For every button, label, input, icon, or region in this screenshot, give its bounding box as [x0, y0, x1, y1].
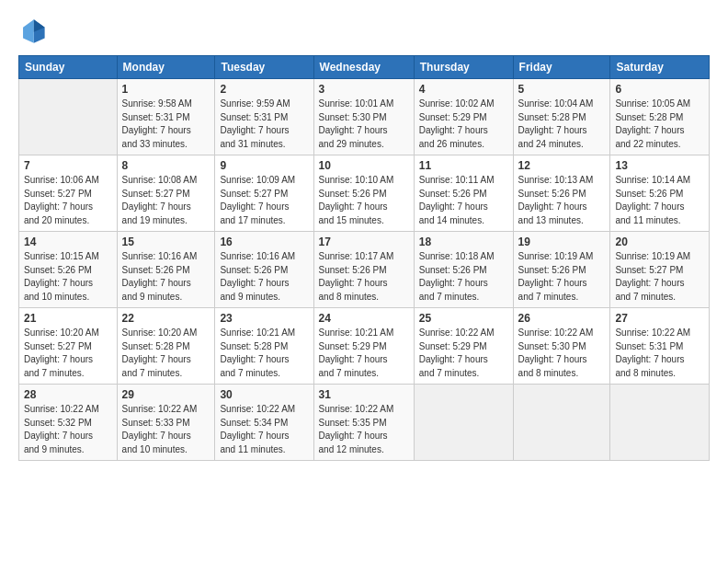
day-number: 28	[24, 388, 112, 401]
day-number: 25	[419, 312, 508, 325]
day-number: 29	[122, 388, 210, 401]
calendar-cell	[19, 79, 118, 155]
day-info: Sunrise: 10:19 AMSunset: 5:27 PMDaylight…	[615, 250, 704, 304]
calendar-cell: 24Sunrise: 10:21 AMSunset: 5:29 PMDaylig…	[313, 308, 414, 385]
day-number: 21	[24, 312, 112, 325]
calendar-cell: 8Sunrise: 10:08 AMSunset: 5:27 PMDayligh…	[117, 155, 215, 232]
calendar-table: SundayMondayTuesdayWednesdayThursdayFrid…	[18, 55, 710, 461]
calendar-cell: 20Sunrise: 10:19 AMSunset: 5:27 PMDaylig…	[610, 232, 710, 308]
calendar-week-row: 28Sunrise: 10:22 AMSunset: 5:32 PMDaylig…	[19, 385, 710, 461]
header-monday: Monday	[117, 56, 215, 79]
calendar-cell	[610, 385, 710, 461]
day-number: 2	[220, 83, 308, 96]
day-info: Sunrise: 10:08 AMSunset: 5:27 PMDaylight…	[122, 174, 210, 227]
calendar-cell: 2Sunrise: 9:59 AMSunset: 5:31 PMDaylight…	[215, 79, 313, 155]
calendar-cell	[513, 385, 610, 461]
calendar-cell	[414, 385, 513, 461]
calendar-week-row: 14Sunrise: 10:15 AMSunset: 5:26 PMDaylig…	[19, 232, 710, 308]
day-number: 16	[220, 236, 308, 248]
calendar-cell: 26Sunrise: 10:22 AMSunset: 5:30 PMDaylig…	[513, 308, 610, 385]
day-number: 24	[319, 312, 409, 325]
day-info: Sunrise: 10:22 AMSunset: 5:34 PMDaylight…	[220, 403, 308, 456]
page: SundayMondayTuesdayWednesdayThursdayFrid…	[0, 0, 728, 563]
calendar-cell: 23Sunrise: 10:21 AMSunset: 5:28 PMDaylig…	[215, 308, 313, 385]
day-info: Sunrise: 10:22 AMSunset: 5:33 PMDaylight…	[122, 403, 210, 456]
day-number: 7	[24, 159, 112, 172]
calendar-header-row: SundayMondayTuesdayWednesdayThursdayFrid…	[19, 56, 710, 79]
day-number: 4	[419, 83, 508, 96]
calendar-cell: 17Sunrise: 10:17 AMSunset: 5:26 PMDaylig…	[313, 232, 414, 308]
calendar-week-row: 7Sunrise: 10:06 AMSunset: 5:27 PMDayligh…	[19, 155, 710, 232]
day-number: 6	[615, 83, 704, 96]
day-info: Sunrise: 10:14 AMSunset: 5:26 PMDaylight…	[615, 174, 704, 227]
calendar-cell: 15Sunrise: 10:16 AMSunset: 5:26 PMDaylig…	[117, 232, 215, 308]
calendar-cell: 3Sunrise: 10:01 AMSunset: 5:30 PMDayligh…	[313, 79, 414, 155]
day-info: Sunrise: 10:04 AMSunset: 5:28 PMDaylight…	[518, 98, 606, 151]
day-number: 18	[419, 236, 508, 248]
day-info: Sunrise: 9:59 AMSunset: 5:31 PMDaylight:…	[220, 98, 308, 151]
day-info: Sunrise: 10:21 AMSunset: 5:29 PMDaylight…	[319, 327, 409, 380]
header-thursday: Thursday	[414, 56, 513, 79]
day-info: Sunrise: 10:10 AMSunset: 5:26 PMDaylight…	[319, 174, 409, 227]
day-number: 31	[319, 388, 409, 401]
day-number: 9	[220, 159, 308, 172]
day-info: Sunrise: 10:02 AMSunset: 5:29 PMDaylight…	[419, 98, 508, 151]
day-info: Sunrise: 10:11 AMSunset: 5:26 PMDaylight…	[419, 174, 508, 227]
calendar-cell: 19Sunrise: 10:19 AMSunset: 5:26 PMDaylig…	[513, 232, 610, 308]
calendar-cell: 21Sunrise: 10:20 AMSunset: 5:27 PMDaylig…	[19, 308, 118, 385]
day-info: Sunrise: 10:01 AMSunset: 5:30 PMDaylight…	[319, 98, 409, 151]
day-info: Sunrise: 10:13 AMSunset: 5:26 PMDaylight…	[518, 174, 606, 227]
calendar-week-row: 21Sunrise: 10:20 AMSunset: 5:27 PMDaylig…	[19, 308, 710, 385]
day-number: 8	[122, 159, 210, 172]
day-number: 27	[615, 312, 704, 325]
calendar-cell: 22Sunrise: 10:20 AMSunset: 5:28 PMDaylig…	[117, 308, 215, 385]
calendar-cell: 7Sunrise: 10:06 AMSunset: 5:27 PMDayligh…	[19, 155, 118, 232]
day-info: Sunrise: 10:22 AMSunset: 5:35 PMDaylight…	[319, 403, 409, 456]
header-sunday: Sunday	[19, 56, 118, 79]
day-number: 30	[220, 388, 308, 401]
calendar-cell: 29Sunrise: 10:22 AMSunset: 5:33 PMDaylig…	[117, 385, 215, 461]
header-friday: Friday	[513, 56, 610, 79]
day-number: 12	[518, 159, 606, 172]
calendar-cell: 18Sunrise: 10:18 AMSunset: 5:26 PMDaylig…	[414, 232, 513, 308]
day-info: Sunrise: 10:19 AMSunset: 5:26 PMDaylight…	[518, 250, 606, 304]
day-number: 14	[24, 236, 112, 248]
day-info: Sunrise: 10:22 AMSunset: 5:32 PMDaylight…	[24, 403, 112, 456]
day-number: 26	[518, 312, 606, 325]
calendar-cell: 9Sunrise: 10:09 AMSunset: 5:27 PMDayligh…	[215, 155, 313, 232]
calendar-cell: 13Sunrise: 10:14 AMSunset: 5:26 PMDaylig…	[610, 155, 710, 232]
day-info: Sunrise: 10:06 AMSunset: 5:27 PMDaylight…	[24, 174, 112, 227]
logo-icon	[18, 17, 48, 46]
day-info: Sunrise: 10:22 AMSunset: 5:29 PMDaylight…	[419, 327, 508, 380]
day-number: 22	[122, 312, 210, 325]
calendar-cell: 31Sunrise: 10:22 AMSunset: 5:35 PMDaylig…	[313, 385, 414, 461]
day-info: Sunrise: 10:05 AMSunset: 5:28 PMDaylight…	[615, 98, 704, 151]
day-info: Sunrise: 10:22 AMSunset: 5:30 PMDaylight…	[518, 327, 606, 380]
calendar-cell: 30Sunrise: 10:22 AMSunset: 5:34 PMDaylig…	[215, 385, 313, 461]
day-number: 10	[319, 159, 409, 172]
header-wednesday: Wednesday	[313, 56, 414, 79]
calendar-cell: 11Sunrise: 10:11 AMSunset: 5:26 PMDaylig…	[414, 155, 513, 232]
svg-marker-1	[23, 19, 34, 42]
day-info: Sunrise: 10:15 AMSunset: 5:26 PMDaylight…	[24, 250, 112, 304]
calendar-cell: 25Sunrise: 10:22 AMSunset: 5:29 PMDaylig…	[414, 308, 513, 385]
day-info: Sunrise: 10:17 AMSunset: 5:26 PMDaylight…	[319, 250, 409, 304]
day-number: 20	[615, 236, 704, 248]
calendar-cell: 6Sunrise: 10:05 AMSunset: 5:28 PMDayligh…	[610, 79, 710, 155]
day-info: Sunrise: 10:22 AMSunset: 5:31 PMDaylight…	[615, 327, 704, 380]
header-tuesday: Tuesday	[215, 56, 313, 79]
calendar-cell: 10Sunrise: 10:10 AMSunset: 5:26 PMDaylig…	[313, 155, 414, 232]
day-number: 5	[518, 83, 606, 96]
calendar-cell: 5Sunrise: 10:04 AMSunset: 5:28 PMDayligh…	[513, 79, 610, 155]
calendar-cell: 16Sunrise: 10:16 AMSunset: 5:26 PMDaylig…	[215, 232, 313, 308]
header-saturday: Saturday	[610, 56, 710, 79]
calendar-cell: 12Sunrise: 10:13 AMSunset: 5:26 PMDaylig…	[513, 155, 610, 232]
day-number: 3	[319, 83, 409, 96]
calendar-cell: 1Sunrise: 9:58 AMSunset: 5:31 PMDaylight…	[117, 79, 215, 155]
day-info: Sunrise: 10:16 AMSunset: 5:26 PMDaylight…	[122, 250, 210, 304]
calendar-week-row: 1Sunrise: 9:58 AMSunset: 5:31 PMDaylight…	[19, 79, 710, 155]
header	[18, 17, 710, 46]
calendar-cell: 28Sunrise: 10:22 AMSunset: 5:32 PMDaylig…	[19, 385, 118, 461]
day-number: 17	[319, 236, 409, 248]
day-info: Sunrise: 10:20 AMSunset: 5:28 PMDaylight…	[122, 327, 210, 380]
